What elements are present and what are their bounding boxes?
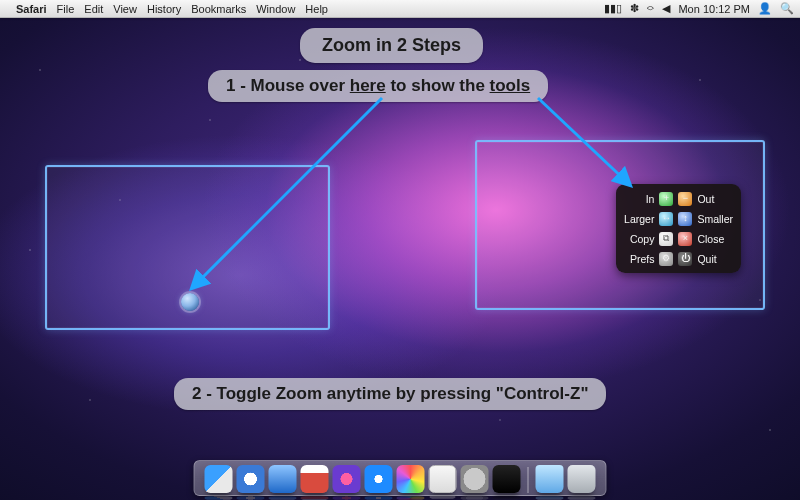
wifi-icon[interactable]: ⌔ — [647, 3, 654, 15]
dock-ical[interactable] — [301, 465, 329, 493]
bluetooth-icon[interactable]: ✽ — [630, 2, 639, 15]
zoom-center-puck[interactable] — [181, 293, 199, 311]
menubar: Safari File Edit View History Bookmarks … — [0, 0, 800, 18]
menu-view[interactable]: View — [113, 3, 137, 15]
app-menu[interactable]: Safari — [16, 3, 47, 15]
dock-appstore[interactable] — [365, 465, 393, 493]
palette-quit-label: Quit — [697, 253, 733, 265]
palette-copy-label: Copy — [624, 233, 654, 245]
close-icon[interactable]: × — [678, 232, 692, 246]
dock-terminal[interactable] — [493, 465, 521, 493]
desktop: Safari File Edit View History Bookmarks … — [0, 0, 800, 500]
palette-close-label: Close — [697, 233, 733, 245]
smaller-icon[interactable]: ↕ — [678, 212, 692, 226]
quit-icon[interactable]: ⏻ — [678, 252, 692, 266]
menubar-clock[interactable]: Mon 10:12 PM — [678, 3, 750, 15]
step1-text: 1 - Mouse over here to show the tools — [226, 76, 530, 95]
menu-bookmarks[interactable]: Bookmarks — [191, 3, 246, 15]
palette-prefs-label: Prefs — [624, 253, 654, 265]
dock-mail[interactable] — [269, 465, 297, 493]
zoom-region-empty[interactable] — [45, 165, 330, 330]
volume-icon[interactable]: ◀ — [662, 2, 670, 15]
dock-downloads[interactable] — [536, 465, 564, 493]
menu-file[interactable]: File — [57, 3, 75, 15]
user-icon[interactable]: 👤 — [758, 2, 772, 15]
menu-history[interactable]: History — [147, 3, 181, 15]
step1-bubble: 1 - Mouse over here to show the tools — [208, 70, 548, 102]
dock — [194, 460, 607, 496]
larger-icon[interactable]: ↔ — [659, 212, 673, 226]
zoom-out-icon[interactable]: − — [678, 192, 692, 206]
title-text: Zoom in 2 Steps — [322, 35, 461, 55]
dock-separator — [528, 467, 529, 493]
step2-text: 2 - Toggle Zoom anytime by pressing "Con… — [192, 384, 588, 403]
menu-help[interactable]: Help — [305, 3, 328, 15]
palette-out-label: Out — [697, 193, 733, 205]
dock-finder[interactable] — [205, 465, 233, 493]
dock-itunes[interactable] — [333, 465, 361, 493]
menubar-status: ▮▮▯ ✽ ⌔ ◀ Mon 10:12 PM 👤 🔍 — [604, 2, 794, 15]
dock-trash[interactable] — [568, 465, 596, 493]
zoom-in-icon[interactable]: + — [659, 192, 673, 206]
spotlight-icon[interactable]: 🔍 — [780, 2, 794, 15]
palette-larger-label: Larger — [624, 213, 654, 225]
title-bubble: Zoom in 2 Steps — [300, 28, 483, 63]
menu-window[interactable]: Window — [256, 3, 295, 15]
dock-sysprefs[interactable] — [461, 465, 489, 493]
palette-smaller-label: Smaller — [697, 213, 733, 225]
prefs-icon[interactable]: ⚙ — [659, 252, 673, 266]
battery-icon[interactable]: ▮▮▯ — [604, 2, 622, 15]
palette-in-label: In — [624, 193, 654, 205]
dock-safari[interactable] — [237, 465, 265, 493]
zoom-region-tools[interactable]: In + − Out Larger ↔ ↕ Smaller Copy ⧉ × C… — [475, 140, 765, 310]
step1-mid: to show the — [386, 76, 490, 95]
step1-here: here — [350, 76, 386, 95]
dock-photo[interactable] — [397, 465, 425, 493]
copy-icon[interactable]: ⧉ — [659, 232, 673, 246]
step1-tools: tools — [490, 76, 531, 95]
menu-edit[interactable]: Edit — [84, 3, 103, 15]
menubar-menus: File Edit View History Bookmarks Window … — [57, 3, 328, 15]
tools-palette: In + − Out Larger ↔ ↕ Smaller Copy ⧉ × C… — [616, 184, 741, 273]
step2-bubble: 2 - Toggle Zoom anytime by pressing "Con… — [174, 378, 606, 410]
dock-textedit[interactable] — [429, 465, 457, 493]
step1-pre: 1 - Mouse over — [226, 76, 350, 95]
